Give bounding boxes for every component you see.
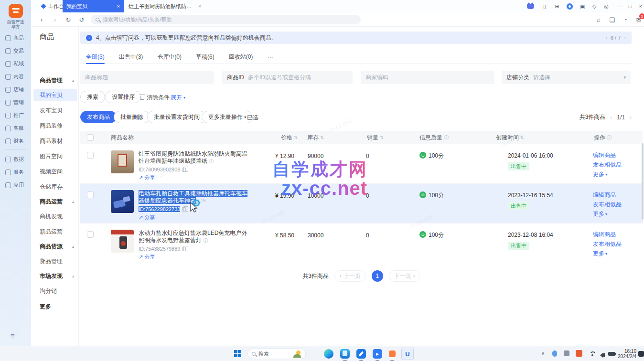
phone-icon[interactable]: ▯ (539, 0, 550, 12)
shield-icon[interactable]: ◇ (589, 0, 600, 12)
tab-recycle-bin[interactable]: 回收站(0) (229, 51, 253, 64)
tab-drafts[interactable]: 草稿(6) (196, 51, 215, 64)
col-sales[interactable]: 销量⇅ (357, 134, 400, 142)
edit-pencil-icon[interactable]: ✎ (202, 198, 206, 203)
product-thumbnail[interactable] (111, 190, 134, 213)
select-all-checkbox[interactable] (87, 134, 94, 141)
col-created[interactable]: 创建时间⇅ (484, 134, 587, 142)
publish-similar-link[interactable]: 发布相似品 (593, 201, 643, 209)
tab-my-items[interactable]: 我的宝贝 × (63, 0, 124, 12)
video-app-icon[interactable]: ▶ (373, 349, 382, 359)
more-batch-actions-button[interactable]: 更多批量操作 ▾ (202, 111, 253, 123)
folder-icon[interactable]: ❏ (606, 12, 618, 27)
wifi-icon[interactable] (591, 354, 593, 356)
back-icon[interactable]: ‹ (36, 12, 47, 27)
clear-filters-button[interactable]: 清除条件 (140, 94, 170, 102)
more-ops-link[interactable]: 更多▾ (593, 170, 643, 179)
product-title[interactable]: 水动力盐水灯应急灯盐水袋LED免充电户外照明海水发电野营露营灯 ⓘ (139, 230, 249, 244)
col-price[interactable]: 价格⇅ (269, 134, 305, 142)
hamburger-icon[interactable]: ≡ (11, 331, 15, 340)
rail-item-shop[interactable]: 店铺 (0, 83, 31, 96)
rail-item-apps[interactable]: 应用 (0, 179, 31, 191)
edge-browser-icon[interactable] (324, 349, 333, 359)
store-logo[interactable] (9, 4, 23, 18)
row-checkbox[interactable] (87, 231, 94, 238)
rail-item-services[interactable]: 服务 (0, 166, 31, 179)
menu-item-item-material[interactable]: 商品素材 (33, 135, 77, 147)
home-icon[interactable]: ⌂ (593, 12, 604, 27)
edit-item-link[interactable]: 编辑商品 (593, 191, 643, 199)
rail-item-private-domain[interactable]: 私域 (0, 57, 31, 70)
copy-icon[interactable] (182, 168, 186, 172)
page-next-icon[interactable]: › (630, 114, 632, 121)
search-button[interactable]: 搜索 (80, 91, 105, 103)
notice-banner[interactable]: i 4、点击填写问卷，可以获取更匹配您经营意向和品类偏好的机会商品。 ‹ 6 /… (80, 32, 632, 44)
id-input[interactable] (248, 74, 348, 81)
filter-title-field[interactable] (80, 71, 214, 84)
banner-next-icon[interactable]: › (624, 35, 626, 41)
page-prev-icon[interactable]: ‹ (610, 114, 612, 121)
tray-app-icon[interactable] (564, 350, 569, 356)
row-checkbox[interactable] (87, 152, 94, 159)
window-icon[interactable]: ▣ (577, 0, 588, 12)
edit-item-link[interactable]: 编辑商品 (593, 231, 643, 239)
refresh-icon[interactable]: ↻ (63, 12, 74, 27)
menu-item-image-space[interactable]: 图片空间 (33, 150, 77, 162)
phone-link-app-icon[interactable] (340, 349, 350, 359)
forward-icon[interactable]: › (49, 12, 61, 27)
merchant-code-input[interactable] (365, 74, 490, 81)
publish-similar-link[interactable]: 发布相似品 (593, 240, 643, 248)
next-page-button[interactable]: 下一页› (389, 270, 420, 282)
app-grid-icon[interactable]: ⊞ (551, 0, 563, 12)
close-icon[interactable]: × (117, 3, 120, 9)
taskbar-search[interactable]: 搜索 (247, 349, 306, 359)
prev-page-button[interactable]: ‹上一页 (334, 270, 366, 282)
filter-category-select[interactable]: 店铺分类 请选择 ▾ (502, 71, 631, 84)
notification-center-icon[interactable] (638, 351, 644, 357)
product-thumbnail[interactable] (111, 150, 134, 173)
rail-item-promotion[interactable]: 推广 (0, 109, 31, 122)
start-button[interactable] (234, 350, 241, 357)
notes-app-icon[interactable] (356, 349, 366, 359)
col-stock[interactable]: 库存⇅ (305, 134, 357, 142)
orange-app-icon[interactable] (389, 350, 396, 357)
rail-item-data[interactable]: 数据 (0, 153, 31, 166)
copy-icon[interactable] (182, 207, 186, 212)
menu-item-supply-management[interactable]: 货品管理 (33, 255, 77, 267)
address-search-bar[interactable] (91, 15, 361, 24)
tray-chevron-icon[interactable]: ∧ (541, 350, 545, 356)
row-checkbox[interactable] (87, 191, 94, 198)
qianniu-cat-icon[interactable] (525, 0, 536, 12)
product-title[interactable]: 灶王爷图厨房防油贴纸防水防潮防火耐高温灶台墙面新年油烟贴膜墙纸 ⓘ (139, 150, 249, 165)
messages-icon[interactable]: ✉ 5 (633, 12, 644, 27)
close-button[interactable]: × (635, 0, 644, 12)
tab-on-sale[interactable]: 出售中(3) (119, 51, 143, 64)
menu-item-publish-item[interactable]: 发布宝贝 (33, 104, 77, 117)
section-goods-supply[interactable]: 商品货源▴ (40, 243, 74, 251)
menu-more-link[interactable]: 更多 (40, 303, 51, 311)
publish-similar-link[interactable]: 发布相似品 (593, 161, 643, 169)
menu-item-tao-distribution[interactable]: 淘分销 (33, 285, 77, 297)
maximize-button[interactable]: □ (624, 0, 636, 12)
messenger-icon[interactable] (564, 0, 575, 12)
menu-item-my-items[interactable]: 我的宝贝 (33, 89, 77, 101)
menu-item-new-item-operation[interactable]: 新品运营 (33, 225, 77, 238)
search-input[interactable] (103, 17, 337, 22)
banner-prev-icon[interactable]: ‹ (605, 35, 607, 41)
tab-in-warehouse[interactable]: 仓库中(0) (157, 51, 182, 64)
share-link[interactable]: ↗分享 (139, 254, 249, 261)
speaker-icon[interactable] (600, 351, 605, 358)
scrollbar-thumb[interactable] (642, 143, 644, 220)
section-goods-management[interactable]: 商品管理▴ (40, 76, 74, 85)
tray-clock[interactable]: 16:10 2024/2/4 (616, 349, 636, 359)
menu-item-item-decoration[interactable]: 商品装修 (33, 119, 77, 132)
menu-item-warehouse-stock[interactable]: 仓储库存 (33, 180, 77, 193)
rail-item-service[interactable]: 客服 (0, 122, 31, 135)
rail-item-content[interactable]: 内容 (0, 70, 31, 83)
copy-icon[interactable] (182, 247, 186, 251)
expand-filters-link[interactable]: 展开 ▾ (171, 94, 185, 102)
set-sort-button[interactable]: 设置排序 (105, 91, 141, 103)
rail-item-goods[interactable]: 商品 (0, 32, 31, 44)
section-market-discovery[interactable]: 市场发现▴ (40, 272, 74, 280)
publish-item-button[interactable]: 发布商品 (80, 111, 117, 123)
